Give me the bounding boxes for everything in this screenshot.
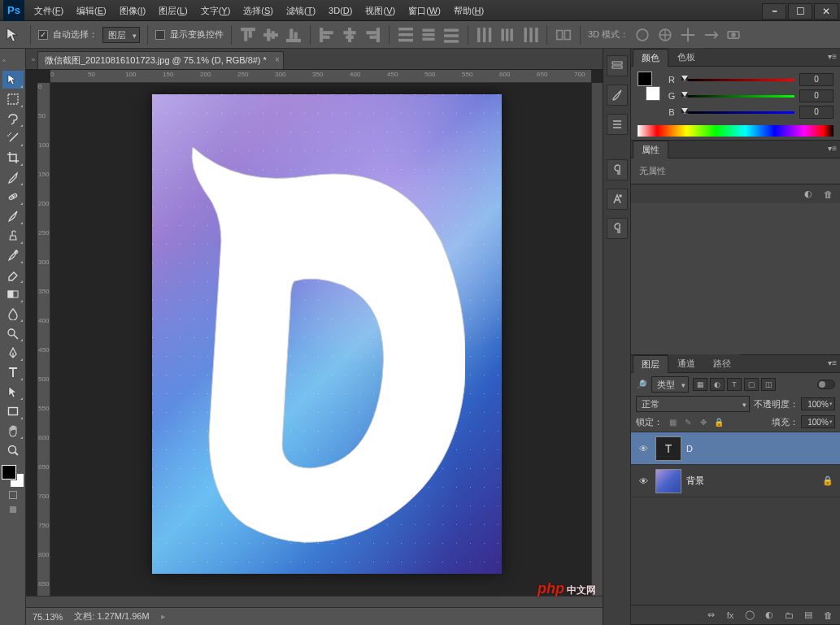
zoom-tool[interactable]	[2, 441, 24, 459]
layer-row[interactable]: 👁 背景 🔒	[631, 465, 840, 497]
distribute-hcenter-icon[interactable]	[498, 26, 516, 44]
brush-presets-icon[interactable]	[607, 114, 628, 135]
canvas-viewport[interactable]	[50, 83, 591, 596]
panel-menu-icon[interactable]: ▾≡	[828, 52, 837, 61]
new-layer-icon[interactable]: ▤	[801, 608, 816, 623]
foreground-color-swatch[interactable]	[2, 465, 16, 480]
menu-layer[interactable]: 图层(L)	[152, 0, 194, 21]
hand-tool[interactable]	[2, 422, 24, 440]
adjustment-layer-icon[interactable]: ◐	[762, 608, 777, 623]
window-maximize[interactable]	[788, 3, 812, 20]
3d-zoom-icon[interactable]	[725, 26, 742, 44]
menu-window[interactable]: 窗口(W)	[402, 0, 447, 21]
panel-menu-icon[interactable]: ▾≡	[828, 358, 837, 367]
history-panel-icon[interactable]	[607, 55, 628, 76]
3d-pan-icon[interactable]	[679, 26, 697, 44]
window-minimize[interactable]	[762, 3, 786, 20]
g-slider[interactable]	[681, 93, 794, 99]
menu-edit[interactable]: 编辑(E)	[70, 0, 113, 21]
filter-smart-icon[interactable]: ◫	[761, 378, 776, 391]
marquee-tool[interactable]	[2, 90, 24, 108]
horizontal-ruler[interactable]: 0501001502002503003504004505005506006507…	[50, 70, 591, 83]
visibility-toggle-icon[interactable]: 👁	[636, 476, 651, 486]
eraser-tool[interactable]	[2, 266, 24, 284]
trash-icon[interactable]: 🗑	[820, 187, 835, 202]
distribute-top-icon[interactable]	[397, 26, 415, 44]
lock-pixels-icon[interactable]: ✎	[681, 415, 694, 428]
color-spectrum[interactable]	[638, 125, 833, 137]
3d-orbit-icon[interactable]	[633, 26, 651, 44]
distribute-vcenter-icon[interactable]	[420, 26, 437, 44]
filter-pixel-icon[interactable]: ▦	[693, 378, 707, 391]
align-left-icon[interactable]	[318, 26, 336, 44]
horizontal-scrollbar[interactable]	[26, 596, 603, 607]
properties-tab[interactable]: 属性	[633, 141, 668, 158]
menu-view[interactable]: 视图(V)	[359, 0, 402, 21]
color-tab[interactable]: 颜色	[633, 49, 668, 67]
menu-help[interactable]: 帮助(H)	[447, 0, 490, 21]
r-value[interactable]: 0	[799, 73, 833, 86]
filter-toggle-switch[interactable]	[817, 380, 835, 389]
move-tool[interactable]	[2, 71, 24, 89]
panel-menu-icon[interactable]: ▾≡	[828, 144, 837, 153]
type-tool[interactable]	[2, 363, 24, 381]
layers-tab[interactable]: 图层	[633, 355, 668, 373]
align-bottom-icon[interactable]	[285, 26, 302, 44]
swatches-tab[interactable]: 色板	[668, 48, 704, 66]
distribute-bottom-icon[interactable]	[442, 26, 460, 44]
brush-tool[interactable]	[2, 207, 24, 225]
vertical-scrollbar[interactable]	[591, 83, 603, 596]
align-hcenter-icon[interactable]	[341, 26, 359, 44]
auto-select-target-dropdown[interactable]: 图层	[102, 27, 140, 43]
lock-all-icon[interactable]: 🔒	[712, 415, 725, 428]
healing-brush-tool[interactable]	[2, 188, 24, 206]
g-value[interactable]: 0	[799, 89, 833, 102]
paragraph-panel-icon[interactable]	[607, 159, 628, 180]
character-panel-icon[interactable]	[607, 189, 628, 210]
canvas[interactable]	[152, 94, 502, 574]
layer-filter-kind[interactable]: 类型	[651, 376, 689, 393]
brushes-panel-icon[interactable]	[607, 85, 628, 106]
delete-layer-icon[interactable]: 🗑	[820, 608, 835, 623]
menu-type[interactable]: 文字(Y)	[194, 0, 237, 21]
distribute-left-icon[interactable]	[476, 26, 494, 44]
layer-thumb-image[interactable]	[655, 469, 681, 493]
paths-tab[interactable]: 路径	[704, 354, 740, 372]
gradient-tool[interactable]	[2, 285, 24, 303]
fill-field[interactable]: 100%	[801, 415, 835, 428]
crop-tool[interactable]	[2, 149, 24, 167]
menu-image[interactable]: 图像(I)	[113, 0, 152, 21]
layer-mask-icon[interactable]: ◯	[742, 608, 757, 623]
pen-tool[interactable]	[2, 344, 24, 362]
filter-type-icon[interactable]: T	[727, 378, 742, 391]
layer-thumb-text[interactable]: T	[655, 436, 681, 461]
layer-row[interactable]: 👁 T D	[631, 432, 840, 465]
layer-name[interactable]: D	[686, 444, 835, 454]
rectangle-tool[interactable]	[2, 402, 24, 420]
close-tab-icon[interactable]: ×	[275, 55, 280, 64]
styles-panel-icon[interactable]	[607, 218, 628, 239]
channels-tab[interactable]: 通道	[668, 354, 704, 372]
menu-select[interactable]: 选择(S)	[237, 0, 280, 21]
filter-adjust-icon[interactable]: ◐	[710, 378, 725, 391]
3d-roll-icon[interactable]	[656, 26, 674, 44]
lock-position-icon[interactable]: ✥	[697, 415, 710, 428]
menu-file[interactable]: 文件(F)	[28, 0, 70, 21]
color-swatch-pair[interactable]	[638, 72, 660, 101]
status-menu-icon[interactable]: ▸	[161, 611, 166, 622]
window-close[interactable]	[814, 3, 838, 20]
filter-search-icon[interactable]: 🔎	[636, 380, 647, 390]
magic-wand-tool[interactable]	[2, 129, 24, 147]
adjustment-icon[interactable]: ◐	[801, 187, 816, 202]
align-right-icon[interactable]	[363, 26, 381, 44]
group-icon[interactable]: 🗀	[781, 608, 796, 623]
tabs-scroll[interactable]: »	[29, 50, 37, 69]
dodge-tool[interactable]	[2, 324, 24, 342]
filter-shape-icon[interactable]: ▢	[744, 378, 759, 391]
color-swatches[interactable]	[2, 465, 24, 488]
auto-select-checkbox[interactable]	[38, 30, 48, 40]
align-top-icon[interactable]	[239, 26, 257, 44]
lock-transparent-icon[interactable]: ▦	[666, 415, 679, 428]
layer-style-icon[interactable]: fx	[723, 608, 738, 623]
current-tool-icon[interactable]	[5, 26, 23, 44]
